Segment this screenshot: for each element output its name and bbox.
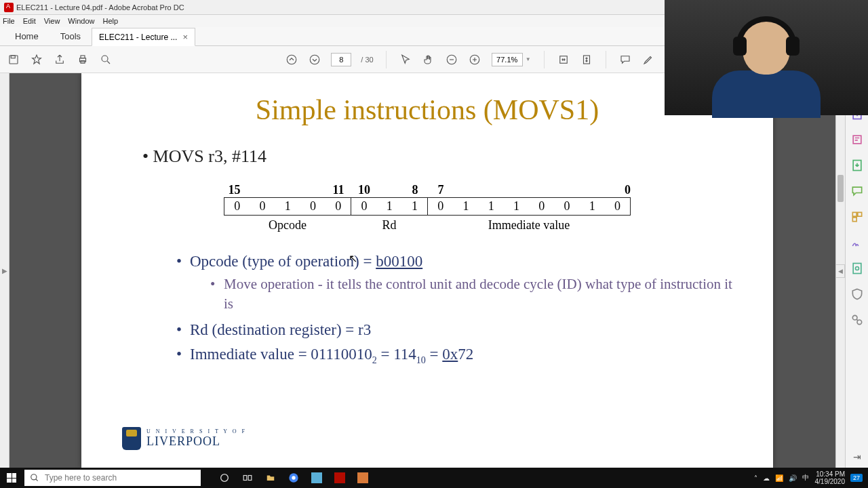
logo-liverpool: LIVERPOOL — [146, 434, 247, 449]
slide-line1: MOVS r3, #114 — [142, 146, 732, 167]
tray-volume-icon[interactable]: 🔊 — [789, 474, 797, 482]
comment-icon[interactable] — [618, 53, 632, 66]
selection-icon[interactable] — [399, 53, 412, 66]
document-area: ▶ Simple instructions (MOVS1) MOVS r3, #… — [0, 73, 845, 468]
page-number-input[interactable] — [331, 53, 351, 66]
bit-header-15: 15 — [224, 183, 245, 197]
close-icon[interactable]: × — [182, 32, 188, 42]
svg-rect-18 — [853, 264, 861, 274]
taskbar-clock[interactable]: 10:34 PM 4/19/2020 — [814, 470, 845, 485]
menu-edit[interactable]: Edit — [23, 17, 36, 25]
left-panel-toggle[interactable]: ▶ — [0, 73, 9, 468]
menu-file[interactable]: File — [3, 17, 15, 25]
slide-bullets: Opcode (type of operation) = b00100 Move… — [176, 253, 732, 365]
tab-tools[interactable]: Tools — [50, 27, 92, 45]
clock-time: 10:34 PM — [814, 470, 845, 478]
protect-icon[interactable] — [850, 262, 864, 275]
organize-icon[interactable] — [850, 210, 864, 224]
comment-tool-icon[interactable] — [850, 184, 864, 198]
menu-view[interactable]: View — [44, 17, 60, 25]
zoom-out-icon[interactable] — [445, 53, 458, 66]
tab-document[interactable]: ELEC211 - Lecture ... × — [92, 28, 195, 46]
fit-page-icon[interactable] — [580, 53, 593, 66]
tab-home[interactable]: Home — [4, 27, 50, 45]
page-up-icon[interactable] — [285, 53, 298, 66]
tray-chevron-up-icon[interactable]: ˄ — [754, 474, 757, 482]
start-button[interactable] — [0, 468, 23, 488]
cortana-icon[interactable] — [214, 470, 235, 486]
crest-icon — [122, 427, 141, 450]
scrollbar-thumb[interactable] — [837, 175, 844, 202]
right-tools-rail: ⇥ — [845, 73, 868, 468]
notification-badge[interactable]: 27 — [850, 474, 863, 482]
svg-point-20 — [852, 315, 857, 320]
task-view-icon[interactable] — [237, 470, 258, 486]
app-icon-1[interactable] — [307, 470, 327, 486]
bullet-opcode: Opcode (type of operation) = b00100 Move… — [176, 253, 732, 314]
svg-point-7 — [311, 55, 320, 64]
search-icon — [30, 473, 39, 483]
page-down-icon[interactable] — [308, 53, 321, 66]
export-pdf-icon[interactable] — [850, 159, 864, 172]
taskbar-apps — [214, 470, 373, 486]
right-panel-toggle[interactable]: ◀ — [835, 264, 845, 278]
highlight-icon[interactable] — [642, 53, 655, 66]
svg-rect-17 — [852, 218, 856, 222]
svg-point-23 — [221, 474, 229, 482]
zoom-in-icon[interactable] — [468, 53, 481, 66]
svg-rect-16 — [857, 212, 861, 216]
menu-help[interactable]: Help — [102, 17, 118, 25]
star-icon[interactable] — [30, 53, 43, 66]
pdf-icon — [4, 3, 14, 12]
svg-point-19 — [855, 267, 859, 270]
chevron-down-icon: ▼ — [526, 56, 531, 62]
shield-icon[interactable] — [850, 287, 864, 301]
window-title: ELEC211 - Lecture 04.pdf - Adobe Acrobat… — [16, 3, 184, 12]
separator — [606, 51, 606, 68]
label-opcode: Opcode — [224, 218, 351, 232]
hand-icon[interactable] — [422, 53, 435, 66]
svg-point-5 — [102, 56, 108, 62]
page-total: / 30 — [361, 56, 373, 64]
tray-cloud-icon[interactable]: ☁ — [763, 474, 770, 482]
pdf-page: Simple instructions (MOVS1) MOVS r3, #11… — [81, 73, 773, 468]
tray-network-icon[interactable]: 📶 — [775, 474, 783, 482]
zoom-input[interactable] — [492, 53, 523, 66]
zoom-dropdown[interactable]: ▼ — [491, 52, 532, 67]
webcam-overlay — [665, 0, 868, 115]
logo-university-of: U N I V E R S I T Y O F — [146, 428, 247, 434]
document-viewport[interactable]: Simple instructions (MOVS1) MOVS r3, #11… — [9, 73, 845, 468]
search-icon[interactable] — [99, 53, 113, 66]
taskbar-search[interactable]: Type here to search — [24, 470, 201, 486]
svg-rect-25 — [248, 476, 252, 481]
fill-sign-icon[interactable] — [850, 313, 864, 327]
bullet-opcode-sub: Move operation - it tells the control un… — [210, 274, 732, 314]
bit-table: 15 11 10 8 7 0 0 0 1 0 0 0 1 — [224, 183, 631, 232]
tray-ime[interactable]: 中 — [802, 473, 809, 483]
svg-rect-24 — [243, 476, 247, 481]
slide-title: Simple instructions (MOVS1) — [122, 94, 732, 126]
separator — [386, 51, 387, 68]
tab-document-label: ELEC211 - Lecture ... — [99, 33, 177, 42]
edit-pdf-icon[interactable] — [850, 133, 864, 146]
menu-window[interactable]: Window — [68, 17, 94, 25]
svg-rect-3 — [81, 56, 85, 58]
redact-icon[interactable] — [850, 236, 864, 249]
share-icon[interactable] — [53, 53, 66, 66]
expand-rail-icon[interactable]: ⇥ — [853, 451, 861, 462]
chrome-icon[interactable] — [283, 470, 304, 486]
university-logo: U N I V E R S I T Y O F LIVERPOOL — [122, 427, 247, 450]
app-icon-2[interactable] — [353, 470, 373, 486]
fit-width-icon[interactable] — [557, 53, 570, 66]
save-icon[interactable] — [7, 53, 20, 66]
file-explorer-icon[interactable] — [260, 470, 281, 486]
label-imm: Immediate value — [427, 218, 631, 232]
print-icon[interactable] — [76, 53, 90, 66]
bit-header-8: 8 — [402, 183, 428, 197]
svg-point-22 — [31, 474, 37, 480]
system-tray: ˄ ☁ 📶 🔊 中 10:34 PM 4/19/2020 27 — [754, 470, 868, 485]
svg-point-21 — [857, 320, 862, 325]
bullet-rd: Rd (destination register) = r3 — [176, 321, 732, 339]
acrobat-icon[interactable] — [330, 470, 350, 486]
bit-header-0: 0 — [606, 183, 631, 197]
